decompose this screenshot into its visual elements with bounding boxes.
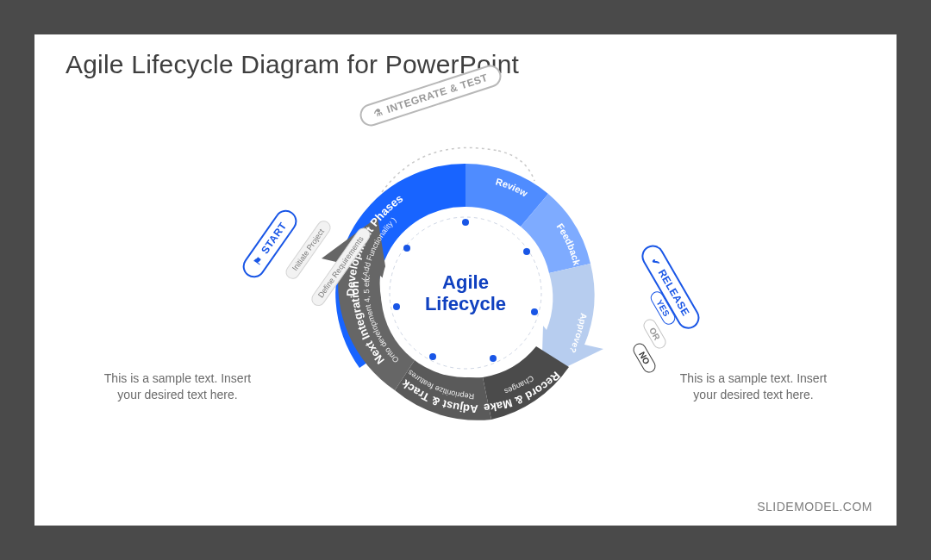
footer-branding: SLIDEMODEL.COM bbox=[757, 500, 872, 513]
svg-point-3 bbox=[490, 355, 497, 362]
slide-title: Agile Lifecycle Diagram for PowerPoint bbox=[66, 50, 519, 79]
slide-canvas: Agile Lifecycle Diagram for PowerPoint T… bbox=[34, 34, 897, 526]
svg-point-4 bbox=[429, 353, 436, 360]
svg-point-2 bbox=[531, 308, 538, 315]
agile-lifecycle-diagram: Development Phases ( Add Functionality )… bbox=[293, 121, 638, 465]
check-icon: ✔ bbox=[650, 256, 664, 269]
svg-point-5 bbox=[393, 303, 400, 310]
flag-icon: ⚑ bbox=[251, 253, 266, 267]
flask-icon: ⚗ bbox=[372, 106, 384, 120]
center-line2: Lifecycle bbox=[425, 293, 506, 314]
center-line1: Agile bbox=[442, 271, 489, 293]
sample-text-left: This is a sample text. Insert your desir… bbox=[91, 370, 264, 403]
center-label: Agile Lifecycle bbox=[425, 271, 506, 315]
sample-text-right: This is a sample text. Insert your desir… bbox=[667, 370, 840, 403]
svg-point-1 bbox=[523, 248, 530, 255]
svg-point-0 bbox=[462, 219, 469, 226]
svg-point-6 bbox=[403, 245, 410, 252]
pill-start-label: START bbox=[259, 220, 289, 256]
